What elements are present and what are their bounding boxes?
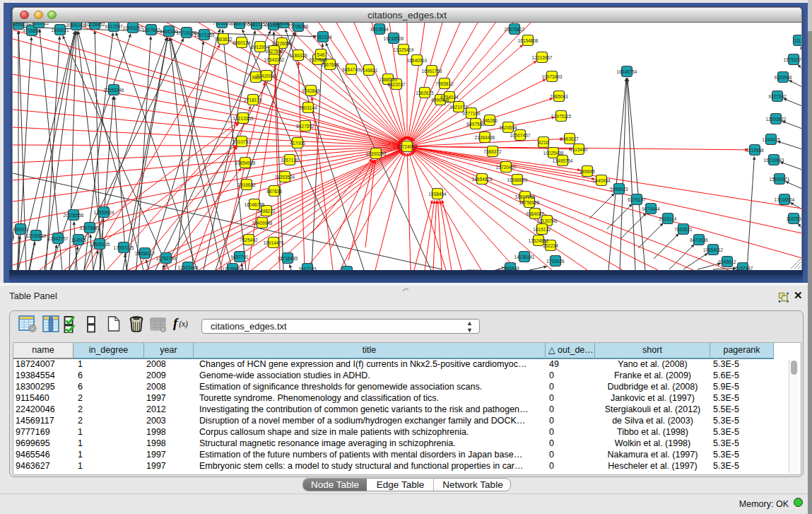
svg-text:20206556: 20206556 (64, 213, 84, 218)
svg-text:1244415: 1244415 (762, 137, 780, 142)
svg-text:7625402: 7625402 (240, 238, 258, 243)
svg-text:1440954: 1440954 (592, 178, 611, 183)
svg-text:20053346: 20053346 (104, 88, 124, 93)
svg-text:16154808: 16154808 (518, 38, 539, 43)
svg-text:9384067: 9384067 (526, 211, 544, 216)
svg-text:252234: 252234 (543, 243, 558, 248)
svg-text:15751074: 15751074 (784, 57, 802, 62)
svg-text:17957225: 17957225 (114, 245, 134, 250)
svg-text:3267130: 3267130 (281, 158, 299, 163)
svg-text:9474444: 9474444 (642, 206, 660, 211)
svg-text:3917183: 3917183 (298, 267, 317, 271)
svg-text:17016504: 17016504 (775, 197, 795, 202)
svg-text:19854935: 19854935 (235, 160, 256, 165)
svg-text:7485063: 7485063 (550, 94, 568, 99)
svg-text:8660124: 8660124 (233, 40, 251, 45)
svg-text:3624554: 3624554 (499, 125, 517, 130)
svg-text:1527602: 1527602 (142, 28, 160, 33)
svg-text:9457791: 9457791 (230, 255, 249, 259)
svg-text:9327505: 9327505 (309, 57, 327, 62)
svg-text:9463627: 9463627 (560, 136, 579, 141)
svg-text:2718176: 2718176 (244, 98, 262, 103)
svg-text:12975115: 12975115 (551, 114, 572, 119)
svg-text:22455603: 22455603 (13, 23, 29, 27)
svg-text:1112: 1112 (794, 38, 802, 43)
svg-text:12150829: 12150829 (26, 233, 47, 238)
svg-text:8216: 8216 (539, 140, 549, 145)
svg-text:16961758: 16961758 (422, 69, 442, 74)
svg-text:1615132: 1615132 (533, 227, 551, 232)
svg-text:18724007: 18724007 (397, 144, 418, 149)
svg-text:16640910: 16640910 (407, 58, 428, 63)
svg-text:12942757: 12942757 (48, 236, 69, 241)
svg-text:19299464: 19299464 (223, 267, 243, 271)
svg-text:10653267: 10653267 (123, 25, 143, 30)
svg-text:20691406: 20691406 (66, 23, 87, 28)
svg-text:7955812: 7955812 (435, 81, 454, 86)
svg-text:16210643: 16210643 (764, 158, 784, 163)
svg-text:13226058: 13226058 (272, 41, 293, 46)
svg-text:9242848: 9242848 (302, 88, 320, 93)
svg-text:23706266: 23706266 (288, 24, 309, 29)
svg-text:8322037: 8322037 (387, 82, 406, 87)
svg-text:889695: 889695 (579, 169, 595, 174)
svg-text:20876812: 20876812 (505, 27, 525, 32)
svg-text:10228452: 10228452 (85, 23, 105, 27)
svg-text:21364436: 21364436 (475, 135, 495, 140)
svg-text:(x): (x) (179, 320, 189, 329)
svg-text:12093822: 12093822 (766, 117, 787, 122)
svg-text:1010753: 1010753 (233, 139, 251, 144)
svg-text:3215958: 3215958 (746, 148, 764, 153)
svg-text:5498222: 5498222 (257, 209, 276, 214)
svg-text:15692971: 15692971 (770, 177, 790, 182)
svg-text:20813640: 20813640 (337, 269, 358, 271)
svg-text:15716485: 15716485 (278, 256, 298, 261)
svg-text:1938454: 1938454 (428, 192, 447, 197)
svg-text:1621072: 1621072 (449, 105, 468, 110)
svg-text:6497568: 6497568 (466, 122, 485, 127)
svg-text:9245612: 9245612 (718, 259, 736, 264)
svg-text:9777169: 9777169 (462, 111, 481, 116)
svg-text:19218506: 19218506 (384, 36, 404, 41)
svg-text:417006: 417006 (290, 141, 305, 146)
svg-text:9327503: 9327503 (265, 49, 283, 54)
svg-text:116753: 116753 (786, 216, 801, 221)
svg-text:14055712: 14055712 (29, 23, 49, 25)
svg-text:6466160: 6466160 (160, 29, 178, 34)
svg-text:835001: 835001 (13, 227, 28, 232)
svg-text:6379197: 6379197 (628, 197, 646, 202)
svg-text:12505135: 12505135 (90, 242, 110, 247)
svg-text:887833: 887833 (266, 189, 282, 194)
svg-text:7663822: 7663822 (214, 37, 233, 42)
svg-text:23420046: 23420046 (257, 74, 277, 78)
svg-text:5958923: 5958923 (610, 187, 628, 192)
svg-text:8489709: 8489709 (230, 23, 249, 26)
svg-text:9146821: 9146821 (360, 68, 378, 73)
svg-text:15157347: 15157347 (733, 266, 753, 271)
svg-text:5682115: 5682115 (248, 23, 266, 27)
svg-text:14136141: 14136141 (514, 255, 535, 259)
svg-text:546: 546 (317, 52, 325, 57)
svg-text:1916682: 1916682 (237, 182, 256, 187)
svg-text:16120746: 16120746 (537, 218, 558, 223)
svg-text:8813054: 8813054 (370, 27, 389, 32)
svg-text:1839221: 1839221 (51, 28, 69, 33)
svg-text:2867608: 2867608 (321, 62, 339, 67)
svg-text:114513: 114513 (71, 238, 86, 243)
svg-text:4735650: 4735650 (23, 28, 41, 33)
svg-text:18807289: 18807289 (515, 194, 536, 199)
svg-text:19756928: 19756928 (519, 200, 540, 205)
svg-text:12923448: 12923448 (178, 265, 199, 270)
svg-text:8427552: 8427552 (296, 124, 314, 129)
svg-text:16782759: 16782759 (156, 256, 177, 261)
svg-text:13524851: 13524851 (529, 238, 549, 243)
svg-text:7357224: 7357224 (314, 35, 332, 40)
svg-text:6794024: 6794024 (440, 95, 459, 100)
svg-text:7515526: 7515526 (213, 23, 231, 25)
svg-text:9227342: 9227342 (768, 94, 787, 99)
svg-text:8186328: 8186328 (289, 53, 307, 58)
svg-text:16914479: 16914479 (264, 240, 284, 245)
svg-text:f: f (173, 315, 179, 330)
svg-text:1588520: 1588520 (379, 77, 397, 82)
svg-text:10688609: 10688609 (507, 177, 528, 182)
